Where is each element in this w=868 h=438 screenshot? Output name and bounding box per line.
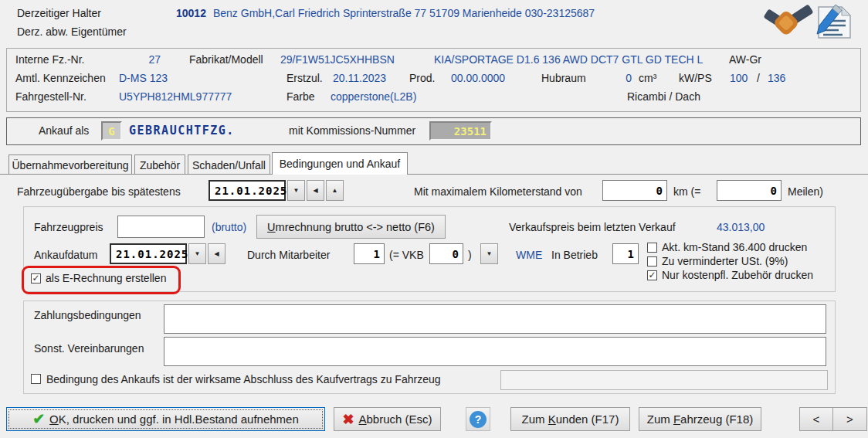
other-agreements-label: Sonst. Vereinbarungen (34, 342, 144, 355)
ricambi-label: Ricambi / Dach (627, 90, 700, 103)
chevron-down-icon: ▼ (487, 250, 493, 257)
button-text: bbruch (Esc) (367, 413, 432, 426)
checkbox-print-km[interactable] (647, 243, 657, 253)
employee-dropdown-button[interactable]: ▼ (480, 243, 498, 264)
button-text: ahrzeug (F18) (680, 413, 753, 426)
purchase-date-label: Ankaufdatum (34, 249, 98, 261)
vkb-close-paren: ) (468, 249, 472, 261)
internal-no-label: Interne Fz.-Nr. (15, 53, 84, 66)
next-record-button[interactable]: > (832, 407, 867, 431)
employee-label: Durch Mitarbeiter (247, 249, 330, 261)
vkb-input[interactable] (429, 243, 463, 264)
checkbox-reduced-vat[interactable] (647, 256, 657, 267)
button-text: Zum (522, 413, 548, 426)
tab-zubehoer[interactable]: Zubehör (134, 154, 185, 175)
holder-number: 10012 (176, 7, 206, 19)
brutto-label: (brutto) (212, 221, 246, 233)
deviating-owner-label: Derz. abw. Eigentümer (17, 25, 127, 38)
employee-number-input[interactable] (354, 243, 385, 264)
vkb-label: (= VKB (389, 249, 424, 261)
green-check-icon: ✔ (32, 410, 45, 428)
purchase-contract-icon (761, 2, 859, 44)
tab-label: Zubehör (140, 159, 180, 171)
first-registration-value: 20.11.2023 (333, 72, 386, 84)
red-x-icon: ✖ (342, 411, 354, 428)
model-description: KIA/SPORTAGE D1.6 136 AWD DCT7 GTL GD TE… (434, 53, 703, 66)
tab-label: Übernahmevorbereitung (12, 159, 129, 171)
payment-terms-label: Zahlungsbedingungen (34, 309, 141, 321)
holder-address: Benz GmbH,Carl Friedrich Sprinterstraße … (213, 7, 595, 19)
button-text: mrechnung brutto <-> netto (F6) (276, 221, 435, 233)
chevron-down-icon: ▼ (293, 187, 300, 194)
purchase-date-field[interactable]: 21.01.2025 (110, 243, 187, 264)
previous-record-button[interactable]: < (799, 407, 833, 431)
help-icon: ? (470, 411, 487, 428)
holder-info: 10012Benz GmbH,Carl Friedrich Sprinterst… (176, 7, 595, 19)
miles-label: Meilen) (788, 185, 823, 198)
help-button[interactable]: ? (466, 407, 490, 431)
button-text: Zum (647, 413, 673, 426)
vehicle-price-input[interactable] (117, 216, 205, 238)
wme-label: WME (516, 249, 542, 261)
checkbox-reduced-vat-label: Zu verminderter USt. (9%) (662, 255, 788, 267)
purchase-condition-vehicle-input[interactable] (500, 370, 828, 390)
tab-label: Bedingungen und Ankauf (280, 158, 400, 170)
checkbox-paid-accessories[interactable]: ✓ (647, 270, 657, 280)
max-km-input[interactable] (602, 180, 667, 201)
commission-number-value: 23511 (454, 125, 487, 138)
displacement-value: 0 (602, 72, 632, 84)
make-model-code: 29/F1W51JC5XHHBSN (280, 53, 395, 66)
chevron-left-icon: ◀ (214, 250, 219, 257)
chevron-down-icon: ▼ (195, 250, 201, 257)
check-icon: ✓ (648, 270, 656, 280)
purchase-date-back-button[interactable]: ◀ (208, 243, 225, 264)
tab-label: Schaden/Unfall (192, 159, 266, 171)
tab-uebernahmevorbereitung[interactable]: Übernahmevorbereitung (8, 154, 132, 175)
handover-date-up-button[interactable]: ▲ (326, 180, 344, 201)
checkbox-e-invoice[interactable]: ✓ (31, 273, 41, 284)
color-value: copperstone(L2B) (331, 90, 416, 103)
chevron-left-icon: ◀ (313, 187, 317, 194)
cancel-button[interactable]: ✖ Abbruch (Esc) (334, 407, 441, 431)
button-hotkey: A (359, 413, 367, 426)
button-text: K, drucken und ggf. in Hdl.Bestand aufne… (59, 413, 299, 426)
checkbox-purchase-condition[interactable] (31, 374, 41, 384)
first-registration-label: Erstzul. (287, 72, 323, 84)
km-equals-label: km (= (673, 185, 700, 198)
check-icon: ✓ (32, 273, 39, 284)
other-agreements-input[interactable] (164, 337, 826, 366)
displacement-unit: cm³ (639, 72, 656, 84)
chevron-up-icon: ▲ (332, 187, 338, 194)
color-label: Farbe (287, 90, 315, 103)
purchase-date-value: 21.01.2025 (116, 248, 188, 260)
kw-ps-label: kW/PS (679, 72, 712, 84)
in-operation-input[interactable] (612, 243, 639, 264)
checkbox-purchase-condition-label: Bedingung des Ankaufs ist der wirksame A… (46, 373, 441, 385)
max-km-label: Mit maximalem Kilometerstand von (414, 185, 582, 198)
displacement-label: Hubraum (541, 72, 586, 84)
handover-date-field[interactable]: 21.01.2025 (209, 180, 286, 201)
payment-terms-input[interactable] (164, 304, 826, 334)
button-hotkey: K (548, 413, 556, 426)
max-miles-input[interactable] (717, 180, 782, 201)
vehicle-type-code: G (108, 125, 114, 138)
tab-bedingungen-und-ankauf[interactable]: Bedingungen und Ankauf (272, 152, 408, 175)
kw-ps-separator: / (757, 72, 760, 84)
to-vehicle-button[interactable]: Zum Fahrzeug (F18) (639, 407, 761, 431)
commission-number-label: mit Kommissions-Nummer (289, 124, 415, 137)
handover-date-dropdown-button[interactable]: ▼ (287, 180, 305, 201)
handover-deadline-label: Fahrzeugübergabe bis spätestens (17, 185, 181, 198)
checkbox-e-invoice-label: als E-Rechnung erstellen (46, 272, 166, 284)
to-customer-button[interactable]: Zum Kunden (F17) (510, 407, 630, 431)
button-hotkey: F (673, 413, 680, 426)
awgr-label: AW-Gr (729, 53, 761, 66)
production-date-label: Prod. (409, 72, 435, 84)
in-operation-label: In Betrieb (551, 249, 598, 261)
purchase-date-dropdown-button[interactable]: ▼ (188, 243, 206, 264)
tab-schaden-unfall[interactable]: Schaden/Unfall (188, 154, 270, 175)
convert-gross-net-button[interactable]: Umrechnung brutto <-> netto (F6) (256, 215, 446, 239)
handover-date-back-button[interactable]: ◀ (307, 180, 324, 201)
ok-print-button[interactable]: ✔ OK, drucken und ggf. in Hdl.Bestand au… (6, 407, 325, 431)
commission-number-field: 23511 (429, 121, 492, 141)
ps-value: 136 (768, 72, 785, 84)
